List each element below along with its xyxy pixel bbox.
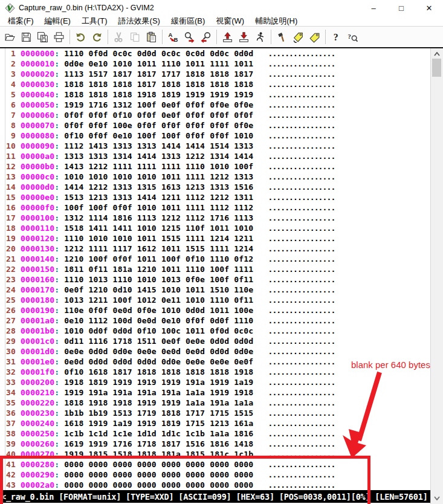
toolbar-make-button[interactable] (274, 29, 290, 45)
hex-row[interactable]: 15 00000e0: 1513 1213 1313 1414 1211 111… (0, 192, 430, 202)
menu-item-4[interactable]: 緩衝區(B) (166, 16, 210, 27)
ascii-column: ................ (268, 337, 335, 346)
toolbar-print-button[interactable] (51, 29, 67, 45)
hex-row[interactable]: 38 0000250: 1c1b 1c1d 1c1e 1d1d 1d1c 1c1… (0, 428, 430, 439)
line-number: 26 (6, 306, 16, 315)
address-separator: : (54, 152, 59, 161)
hex-row[interactable]: 40 0000270: 1919 1815 1518 1818 181a 181… (0, 449, 430, 459)
hex-row[interactable]: 4 0000030: 1818 1818 1818 1817 1818 1818… (0, 79, 430, 89)
hex-row[interactable]: 22 0000150: 1811 0f11 181a 1210 1011 111… (0, 264, 430, 274)
close-button[interactable]: ✕ (415, 0, 443, 16)
hex-row[interactable]: 29 00001c0: 0d11 1116 1718 1511 0e0f 0e0… (0, 336, 430, 346)
hex-row[interactable]: 17 0000100: 1312 1114 1816 1113 1212 111… (0, 213, 430, 223)
hex-row[interactable]: 9 0000080: 0f10 0f0f 0e10 100f 100f 0f0f… (0, 131, 430, 141)
hex-row[interactable]: 26 0000190: 110e 0f0f 0e0d 0f0e 1010 0d0… (0, 305, 430, 315)
toolbar-save-all-button[interactable] (34, 29, 51, 45)
address-separator: : (54, 111, 59, 120)
toolbar-tag-jump-button[interactable] (306, 29, 323, 45)
toolbar-run-script-button[interactable] (252, 29, 268, 45)
toolbar-find-prev-button[interactable] (198, 29, 214, 45)
hex-row[interactable]: 13 00000c0: 1010 1010 1010 1010 1011 111… (0, 172, 430, 182)
hex-row[interactable]: 20 0000130: 1212 1111 1117 1612 1011 151… (0, 244, 430, 254)
hex-row[interactable]: 41 0000280: 0000 0000 0000 0000 0000 000… (0, 459, 430, 470)
toolbar-save-session-button[interactable] (236, 29, 252, 45)
toolbar-load-session-button[interactable] (219, 29, 236, 45)
address-separator: : (54, 388, 59, 397)
ascii-column: ................ (268, 316, 335, 325)
hex-row[interactable]: 35 0000220: 1818 1918 1918 1919 1919 1a1… (0, 398, 430, 408)
hex-row[interactable]: 16 00000f0: 100f 100f 0f0f 1010 1011 111… (0, 202, 430, 213)
hex-row[interactable]: 30 00001d0: 0e0e 0d0d 0d0e 0e0e 0e0d 0e0… (0, 346, 430, 357)
hex-row[interactable]: 10 0000090: 1112 1413 1313 1313 1414 141… (0, 141, 430, 151)
line-number: 8 (6, 121, 16, 130)
minimize-button[interactable]: – (360, 0, 387, 16)
line-number: 15 (6, 193, 16, 202)
vertical-scrollbar[interactable] (430, 48, 443, 504)
save-session-icon (238, 31, 250, 43)
hex-row[interactable]: 8 0000070: 0f0f 0f0f 100e 0f0f 0f0f 0f0f… (0, 120, 430, 131)
hex-bytes: 1110 1010 1010 1011 1515 1111 1214 1211 (64, 234, 253, 243)
hex-row[interactable]: 27 00001a0: 0e10 1112 100d 0e0d 0e10 0f0… (0, 315, 430, 326)
maximize-button[interactable]: □ (387, 0, 415, 16)
toolbar-open-button[interactable] (2, 29, 18, 45)
line-number: 23 (6, 275, 16, 284)
menu-item-5[interactable]: 視窗(W) (210, 16, 250, 27)
hex-row[interactable]: 11 00000a0: 1313 1313 1314 1414 1313 121… (0, 151, 430, 161)
line-number: 16 (6, 203, 16, 212)
toolbar-save-button[interactable] (18, 29, 34, 45)
hex-row[interactable]: 28 00001b0: 1010 0d0f 0d0d 0f10 100c 101… (0, 326, 430, 336)
copy-icon (129, 31, 141, 43)
hex-row[interactable]: 18 0000110: 1518 1411 1411 1010 1215 110… (0, 223, 430, 233)
svg-text:?: ? (334, 32, 338, 42)
toolbar-redo-button[interactable] (89, 29, 105, 45)
annotation-label: blank per 640 bytes (351, 360, 430, 370)
hex-row[interactable]: 39 0000260: 1619 1919 1716 1718 1817 151… (0, 439, 430, 449)
menu-item-0[interactable]: 檔案(F) (2, 16, 39, 27)
toolbar-find-help-button[interactable]: ? (344, 29, 361, 45)
hex-row[interactable]: 23 0000160: 1110 1013 1110 1010 1013 0f0… (0, 274, 430, 285)
address-separator: : (54, 337, 59, 346)
hex-dump-area[interactable]: 1 0000000: 1110 0f0d 0c0c 0d0d 0c0c 0c0d… (0, 48, 430, 490)
toolbar-find-next-button[interactable] (181, 29, 198, 45)
hex-row[interactable]: 1 0000000: 1110 0f0d 0c0c 0d0d 0c0c 0c0d… (0, 48, 430, 59)
toolbar-copy-button[interactable] (127, 29, 143, 45)
toolbar-separator (325, 30, 326, 44)
menu-item-3[interactable]: 語法效果(S) (113, 16, 166, 27)
menu-item-6[interactable]: 輔助說明(H) (250, 16, 303, 27)
hex-row[interactable]: 14 00000d0: 1414 1212 1313 1315 1613 121… (0, 182, 430, 192)
hex-bytes: 1110 1013 1110 1010 1013 0f0e 100f 0f11 (64, 275, 253, 284)
toolbar-separator (162, 30, 163, 44)
toolbar-help-button[interactable]: ? (328, 29, 344, 45)
menu-item-1[interactable]: 編輯(E) (39, 16, 76, 27)
hex-row[interactable]: 19 0000120: 1110 1010 1010 1011 1515 111… (0, 233, 430, 244)
load-session-icon (222, 31, 233, 43)
hex-row[interactable]: 34 0000210: 1919 191a 191a 191a 191a 1a1… (0, 387, 430, 398)
hex-row[interactable]: 6 0000050: 1919 1716 1312 100f 0e0f 0f0f… (0, 100, 430, 110)
hex-row[interactable]: 25 0000180: 1013 1211 100f 1012 0e11 101… (0, 295, 430, 305)
hex-row[interactable]: 3 0000020: 1113 1517 1817 1817 1717 1818… (0, 69, 430, 79)
toolbar-paste-button[interactable] (143, 29, 160, 45)
toolbar-find-replace-button[interactable]: AB (165, 29, 181, 45)
toolbar-build-tags-button[interactable] (290, 29, 306, 45)
redo-icon (91, 31, 103, 43)
toolbar-cut-button[interactable] (111, 29, 127, 45)
hex-row[interactable]: 21 0000140: 1210 100f 0f0f 1011 100f 0f1… (0, 254, 430, 264)
hex-row[interactable]: 12 00000b0: 1413 1212 1111 1111 1111 111… (0, 161, 430, 172)
byte-address: 00000c0 (21, 172, 54, 181)
hex-row[interactable]: 5 0000040: 1818 1818 1818 1918 1819 1919… (0, 89, 430, 100)
scroll-up-icon[interactable] (431, 50, 443, 58)
hex-row[interactable]: 43 00002a0: 0000 0000 0000 0000 0000 000… (0, 480, 430, 490)
menu-item-2[interactable]: 工具(T) (76, 16, 113, 27)
hex-row[interactable]: 42 0000290: 0000 0000 0000 0000 0000 000… (0, 470, 430, 480)
hex-row[interactable]: 24 0000170: 0e0f 1210 0d10 1415 1010 101… (0, 285, 430, 295)
ascii-column: ................ (268, 162, 335, 171)
hex-row[interactable]: 7 0000060: 0f0f 0f0f 0f10 0f0f 0e0f 0f0f… (0, 110, 430, 120)
hex-row[interactable]: 37 0000240: 1618 1919 1a19 1919 1819 171… (0, 418, 430, 428)
hex-row[interactable]: 33 0000200: 1918 1819 1919 1919 1919 191… (0, 377, 430, 387)
scroll-down-icon[interactable] (431, 494, 443, 502)
scrollbar-thumb[interactable] (432, 59, 441, 77)
ascii-column: ................ (268, 357, 335, 366)
hex-row[interactable]: 2 0000010: 0d0e 0e10 1010 1011 1110 1011… (0, 59, 430, 69)
toolbar-undo-button[interactable] (73, 29, 89, 45)
hex-row[interactable]: 36 0000230: 1b1b 1b19 1513 1719 1818 171… (0, 408, 430, 418)
